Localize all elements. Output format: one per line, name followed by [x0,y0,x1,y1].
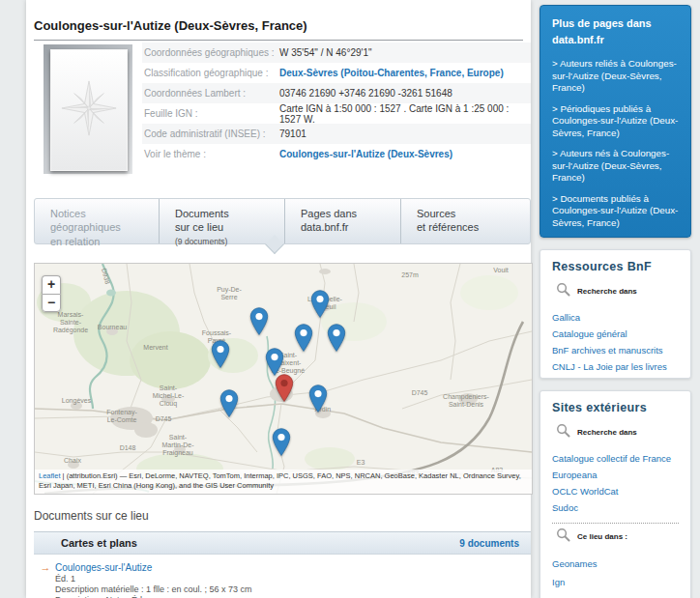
external-search-links: Catalogue collectif de FranceEuropeanaOC… [552,450,679,516]
promo-link[interactable]: > Auteurs nés à Coulonges-sur-l'Autize (… [552,148,679,185]
external-link[interactable]: Europeana [552,467,679,483]
place-in-links: GeonamesIgnInseeWikipedia [552,555,679,598]
tab-documents-sur-ce-lieu[interactable]: Documents sur ce lieu (9 documents) [159,199,284,243]
sites-exterieurs-box: Sites extérieurs Recherche dans Catalogu… [540,390,691,598]
map-marker-blue[interactable] [249,307,269,336]
map-marker-red[interactable] [275,374,294,403]
promo-link[interactable]: > Auteurs reliés à Coulonges-sur-l'Autiz… [552,58,679,95]
zoom-in-button[interactable]: + [42,275,61,294]
lambert-value: 03746 21690 +3746 21690 -3261 51648 [279,88,452,99]
compass-rose-icon [61,80,117,140]
external-link[interactable]: Ign [552,573,679,591]
search-icon [556,527,570,546]
theme-link[interactable]: Coulonges-sur-l'Autize (Deux-Sèvres) [279,149,452,159]
tab-pages-dans-databnffr[interactable]: Pages dans data.bnf.fr [284,199,400,243]
document-group-header: Cartes et plans 9 documents [34,531,531,555]
group-count-link[interactable]: 9 documents [459,538,519,549]
search-caption: Recherche dans [577,287,637,296]
attribution-text: | (attribution.Esri) — Esri, DeLorme, NA… [39,471,521,490]
map-marker-blue[interactable] [265,348,284,377]
tab-label: Documents [175,208,229,219]
document-description: Description matérielle : 1 flle : en cou… [55,584,519,595]
coordinates-value: W 35'54" / N 46°29'1" [279,47,372,58]
info-label: Coordonnées géographiques : [142,47,279,58]
classification-link[interactable]: Deux-Sèvres (Poitou-Charentes, France, E… [279,68,504,78]
document-list-item: → Coulonges-sur-l'Autize Éd. 1 Descripti… [36,561,519,598]
map-marker-blue[interactable] [310,290,330,319]
table-row: Classification géographique : Deux-Sèvre… [142,63,531,83]
promo-link[interactable]: > Documents publiés à Coulonges-sur-l'Au… [552,193,679,230]
map-marker-blue[interactable] [308,384,328,413]
tab-label: en relation [50,236,100,247]
map-attribution: Leaflet | (attribution.Esri) — Esri, DeL… [35,470,532,494]
search-icon [556,282,570,300]
tab-notices-geographiques[interactable]: Notices géographiques en relation [35,199,159,243]
table-row: Voir le thème : Coulonges-sur-l'Autize (… [142,144,531,164]
tab-label: et références [417,221,479,233]
map-marker-blue[interactable] [272,428,291,457]
map-canvas[interactable]: + − Leaflet | (attribution.Esri) — Esri,… [34,263,533,495]
tab-label: Sources [417,208,455,219]
info-label: Feuille IGN : [142,108,279,119]
document-title-link[interactable]: Coulonges-sur-l'Autize [55,561,519,574]
record-image-well [44,44,132,174]
divider [552,523,679,524]
tab-label: Pages dans [301,208,357,219]
resource-link[interactable]: Catalogue général [552,326,679,342]
search-icon [556,423,570,441]
page-title: Coulonges-sur-l'Autize (Deux-Sèvres, Fra… [34,18,523,41]
place-in-caption: Ce lieu dans : [577,532,627,541]
tab-label: data.bnf.fr [301,221,349,233]
tab-sources-et-references[interactable]: Sources et références [400,199,530,243]
promo-link[interactable]: > Périodiques publiés à Coulonges-sur-l'… [552,103,679,140]
external-link[interactable]: Catalogue collectif de France [552,450,679,467]
place-in-caption-row: Ce lieu dans : [556,527,679,546]
ressources-links: GallicaCatalogue généralBnF archives et … [552,309,679,375]
group-title: Cartes et plans [61,537,137,549]
ressources-bnf-box: Ressources BnF Recherche dans GallicaCat… [540,249,691,379]
table-row: Code administratif (INSEE) : 79101 [142,124,531,144]
tab-label: sur ce lieu [175,221,223,233]
zoom-out-button[interactable]: − [42,294,61,312]
map-zoom-control: + − [42,275,61,312]
search-caption-row: Recherche dans [556,423,679,441]
external-link[interactable]: OCLC WorldCat [552,483,679,499]
place-info-table: Coordonnées géographiques : W 35'54" / N… [142,43,531,164]
map-marker-blue[interactable] [327,324,346,353]
external-link[interactable]: Geonames [552,555,679,573]
resource-link[interactable]: BnF archives et manuscrits [552,342,679,358]
table-row: Coordonnées Lambert : 03746 21690 +3746 … [142,83,531,103]
main-panel: Coulonges-sur-l'Autize (Deux-Sèvres, Fra… [26,0,531,598]
tab-bar: Notices géographiques en relation Docume… [34,198,531,244]
leaflet-link[interactable]: Leaflet [39,471,61,480]
tab-label: Notices géographiques [50,208,121,233]
sites-title: Sites extérieurs [552,401,679,414]
map-marker-blue[interactable] [294,324,313,353]
ign-sheet-value: Carte IGN à 1:50 000 : 1527 . Carte IGN … [279,103,531,125]
info-label: Code administratif (INSEE) : [142,128,279,139]
map-marker-blue[interactable] [211,340,230,369]
search-caption: Recherche dans [577,428,637,437]
info-label: Voir le thème : [142,149,279,159]
more-pages-box: Plus de pages dans data.bnf.fr > Auteurs… [540,5,691,238]
external-link[interactable]: Sudoc [552,499,679,516]
promo-title-line: data.bnf.fr [552,34,604,45]
more-pages-title: Plus de pages dans data.bnf.fr [552,15,679,48]
documents-section-heading: Documents sur ce lieu [34,509,149,523]
info-label: Coordonnées Lambert : [142,88,279,99]
record-image [50,49,128,171]
search-caption-row: Recherche dans [556,282,679,300]
place-info-block: Coordonnées géographiques : W 35'54" / N… [34,41,531,187]
ressources-title: Ressources BnF [552,260,679,273]
insee-code-value: 79101 [279,128,306,139]
table-row: Coordonnées géographiques : W 35'54" / N… [142,43,531,63]
map-marker-blue[interactable] [219,389,239,418]
external-link[interactable]: Insee [552,591,679,598]
resource-link[interactable]: CNLJ - La Joie par les livres [552,358,679,375]
table-row: Feuille IGN : Carte IGN à 1:50 000 : 152… [142,103,531,124]
info-label: Classification géographique : [142,68,279,78]
resource-link[interactable]: Gallica [552,309,679,326]
more-pages-links: > Auteurs reliés à Coulonges-sur-l'Autiz… [552,58,679,229]
arrow-icon: → [36,561,55,598]
promo-title-line: Plus de pages dans [552,17,652,29]
